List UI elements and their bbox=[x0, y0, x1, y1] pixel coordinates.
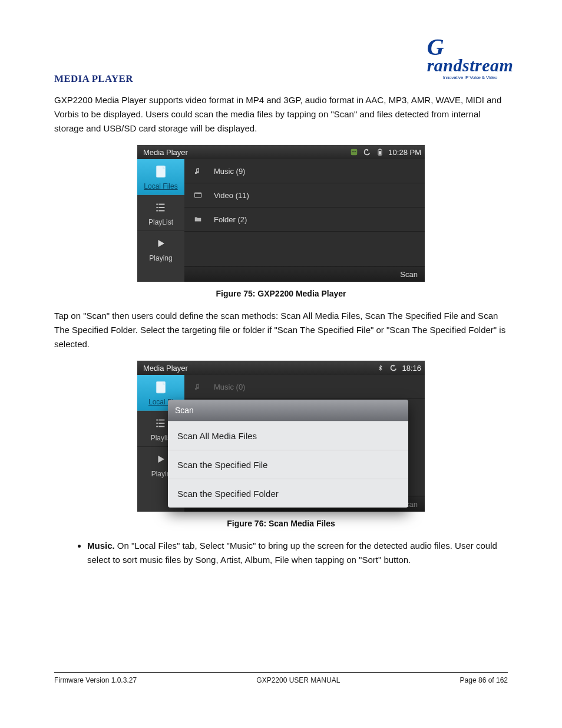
list-icon bbox=[153, 199, 169, 216]
bluetooth-icon bbox=[376, 363, 385, 373]
intro-paragraph: GXP2200 Media Player supports video form… bbox=[54, 93, 508, 136]
svg-point-20 bbox=[156, 423, 158, 424]
android-icon bbox=[349, 147, 359, 157]
bullet-rest: On "Local Files" tab, Select "Music" to … bbox=[87, 541, 497, 565]
music-note-icon bbox=[191, 383, 204, 391]
figure-caption-1: Figure 75: GXP2200 Media Player bbox=[54, 289, 508, 298]
svg-point-11 bbox=[156, 210, 158, 212]
svg-rect-0 bbox=[351, 149, 358, 156]
list-row-label: Video (11) bbox=[214, 191, 249, 200]
svg-rect-21 bbox=[158, 423, 164, 424]
svg-point-18 bbox=[156, 419, 158, 421]
popup-item-scan-all[interactable]: Scan All Media Files bbox=[168, 421, 408, 450]
svg-point-7 bbox=[156, 203, 158, 205]
play-icon bbox=[153, 451, 169, 467]
svg-rect-12 bbox=[158, 210, 164, 212]
list-area: Music (0) Scan Scan Scan All Media Files… bbox=[184, 375, 425, 512]
popup-title: Scan bbox=[168, 400, 408, 421]
brand-logo-text: Grandstream bbox=[427, 33, 514, 74]
list-area: Music (9) Video (11) Folder (2) Sc bbox=[184, 159, 425, 282]
sync-icon bbox=[389, 363, 398, 373]
status-time: 18:16 bbox=[402, 364, 421, 373]
brand-logo: Grandstream Innovative IP Voice & Video bbox=[435, 33, 505, 80]
figure-media-player: Media Player 10:28 PM Local Files bbox=[137, 145, 425, 282]
figure-caption-2: Figure 76: Scan Media Files bbox=[54, 519, 508, 528]
svg-point-1 bbox=[353, 151, 354, 152]
svg-rect-4 bbox=[379, 149, 381, 149]
window-title: Media Player bbox=[141, 364, 188, 373]
bullet-prefix: Music. bbox=[87, 541, 115, 551]
svg-point-22 bbox=[156, 426, 158, 427]
window-title: Media Player bbox=[141, 148, 188, 157]
list-row-folder[interactable]: Folder (2) bbox=[184, 207, 425, 232]
sidebar-item-local-files[interactable]: Local Files bbox=[137, 159, 184, 195]
list-row-label: Music (9) bbox=[214, 167, 245, 176]
svg-rect-19 bbox=[158, 420, 164, 421]
sidebar-item-label: Playing bbox=[149, 254, 172, 262]
brand-tagline: Innovative IP Voice & Video bbox=[443, 75, 498, 80]
footer-right: Page 86 of 162 bbox=[460, 676, 508, 684]
paragraph-scan-desc: Tap on "Scan" then users could define th… bbox=[54, 309, 508, 351]
status-bar: Media Player 18:16 bbox=[137, 361, 425, 375]
svg-rect-8 bbox=[158, 204, 164, 205]
list-row-music: Music (0) bbox=[184, 375, 425, 399]
svg-point-9 bbox=[156, 207, 158, 209]
sidebar: Local Files PlayList Playing bbox=[137, 159, 184, 282]
page-footer: Firmware Version 1.0.3.27 GXP2200 USER M… bbox=[54, 672, 508, 684]
svg-point-16 bbox=[197, 193, 197, 193]
list-row-music[interactable]: Music (9) bbox=[184, 159, 425, 183]
battery-icon bbox=[375, 147, 385, 157]
list-row-video[interactable]: Video (11) bbox=[184, 183, 425, 207]
video-icon bbox=[191, 191, 204, 199]
figure-scan-popup: Media Player 18:16 Local Fi bbox=[137, 361, 425, 512]
scan-popup: Scan Scan All Media Files Scan the Speci… bbox=[168, 400, 408, 508]
status-time: 10:28 PM bbox=[388, 148, 421, 157]
svg-rect-10 bbox=[158, 207, 164, 208]
folder-icon bbox=[191, 215, 204, 223]
play-icon bbox=[153, 235, 169, 252]
list-icon bbox=[153, 415, 169, 431]
svg-point-2 bbox=[355, 151, 356, 152]
sidebar-item-label: PlayList bbox=[148, 218, 173, 226]
document-icon bbox=[153, 163, 169, 180]
sidebar-item-playlist[interactable]: PlayList bbox=[137, 195, 184, 231]
sync-icon bbox=[362, 147, 372, 157]
svg-point-15 bbox=[196, 193, 196, 193]
sidebar-item-playing[interactable]: Playing bbox=[137, 231, 184, 266]
footer-center: GXP2200 USER MANUAL bbox=[256, 676, 340, 684]
footer-left: Firmware Version 1.0.3.27 bbox=[54, 676, 137, 684]
popup-item-scan-folder[interactable]: Scan the Specified Folder bbox=[168, 479, 408, 508]
list-row-label: Folder (2) bbox=[214, 215, 247, 224]
footer-bar: Scan bbox=[184, 266, 425, 282]
list-row-label: Music (0) bbox=[214, 383, 245, 391]
svg-rect-23 bbox=[158, 426, 164, 427]
status-bar: Media Player 10:28 PM bbox=[137, 145, 425, 159]
bullet-music: Music. On "Local Files" tab, Select "Mus… bbox=[87, 539, 508, 567]
scan-button[interactable]: Scan bbox=[400, 270, 418, 279]
music-note-icon bbox=[191, 167, 204, 175]
svg-rect-5 bbox=[379, 151, 381, 154]
document-icon bbox=[153, 379, 169, 396]
sidebar-item-label: Local Files bbox=[144, 182, 177, 190]
popup-item-scan-file[interactable]: Scan the Specified File bbox=[168, 450, 408, 479]
